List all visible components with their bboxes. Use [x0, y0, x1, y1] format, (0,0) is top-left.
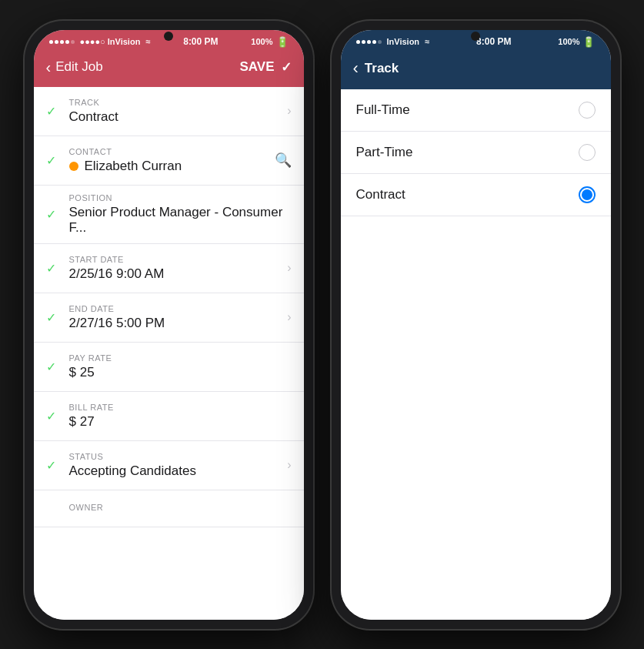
pay-rate-row-content: PAY RATE $ 25 [69, 353, 292, 380]
track-row[interactable]: ✓ TRACK Contract › [34, 87, 304, 136]
status-label: STATUS [69, 452, 288, 461]
contact-row-content: CONTACT Elizabeth Curran [69, 147, 275, 174]
save-button[interactable]: SAVE ✓ [239, 59, 291, 75]
bill-rate-check-icon: ✓ [46, 409, 62, 423]
end-date-row-content: END DATE 2/27/16 5:00 PM [69, 304, 288, 331]
start-date-label: START DATE [69, 255, 288, 264]
end-date-label: END DATE [69, 304, 288, 313]
bill-rate-row[interactable]: ✓ BILL RATE $ 27 [34, 392, 304, 441]
contract-label: Contract [356, 187, 405, 202]
owner-label: OWNER [69, 503, 292, 512]
battery-icon: 🔋 [276, 36, 289, 48]
status-row[interactable]: ✓ STATUS Accepting Candidates › [34, 441, 304, 490]
contract-radio[interactable] [579, 186, 596, 203]
wifi-icon: ≈ [145, 37, 150, 46]
position-value: Senior Product Manager - Consumer F... [69, 205, 292, 236]
status-chevron-icon: › [287, 458, 291, 472]
track-label: TRACK [69, 98, 288, 107]
contact-dot-icon [69, 162, 78, 171]
p2-dot1 [356, 40, 360, 44]
owner-row[interactable]: OWNER [34, 490, 304, 527]
p2-dot4 [372, 40, 376, 44]
status-left-p2: InVision ≈ [356, 37, 430, 46]
dot5 [71, 40, 75, 44]
owner-row-content: OWNER [69, 503, 292, 514]
position-label: POSITION [69, 193, 292, 202]
bill-rate-value: $ 27 [69, 414, 292, 430]
dot4 [65, 40, 69, 44]
part-time-radio[interactable] [579, 144, 596, 161]
checkmark-icon: ✓ [281, 59, 292, 75]
carrier-label: ●●●●○ InVision [80, 37, 141, 46]
full-time-label: Full-Time [356, 102, 410, 118]
home-indicator-phone1 [122, 610, 215, 614]
position-row[interactable]: ✓ POSITION Senior Product Manager - Cons… [34, 186, 304, 244]
end-date-value: 2/27/16 5:00 PM [69, 316, 288, 331]
position-row-content: POSITION Senior Product Manager - Consum… [69, 193, 292, 236]
nav-title-phone1: Edit Job [55, 59, 102, 75]
phone2-wrapper: InVision ≈ 8:00 PM 100% 🔋 ‹ Track Full-T… [332, 21, 620, 629]
nav-title-phone2: Track [365, 61, 399, 76]
status-right-phone1: 100% 🔋 [251, 36, 288, 48]
bill-rate-label: BILL RATE [69, 403, 292, 412]
contract-option[interactable]: Contract [341, 174, 611, 216]
phone1-screen: ●●●●○ InVision ≈ 8:00 PM 100% 🔋 ‹ Edit J… [34, 30, 304, 620]
full-time-option[interactable]: Full-Time [341, 89, 611, 132]
contact-search-icon[interactable]: 🔍 [275, 152, 292, 169]
track-row-content: TRACK Contract [69, 98, 288, 125]
wifi-icon-p2: ≈ [425, 37, 429, 46]
contact-value-wrapper: Elizabeth Curran [69, 159, 275, 174]
dot1 [49, 40, 53, 44]
save-label: SAVE [239, 59, 274, 75]
phone2-screen: InVision ≈ 8:00 PM 100% 🔋 ‹ Track Full-T… [341, 30, 611, 620]
nav-bar-phone1: ‹ Edit Job SAVE ✓ [34, 51, 304, 87]
nav-bar-phone2: ‹ Track [341, 51, 611, 89]
end-date-row[interactable]: ✓ END DATE 2/27/16 5:00 PM › [34, 293, 304, 343]
start-date-row[interactable]: ✓ START DATE 2/25/16 9:00 AM › [34, 244, 304, 293]
form-content: ✓ TRACK Contract › ✓ CONTACT Elizabeth C… [34, 87, 304, 620]
status-row-content: STATUS Accepting Candidates [69, 452, 288, 479]
track-content: Full-Time Part-Time Contract [341, 89, 611, 620]
p2-dot2 [362, 40, 365, 44]
status-left: ●●●●○ InVision ≈ [49, 37, 151, 46]
pay-rate-check-icon: ✓ [46, 360, 62, 374]
status-value: Accepting Candidates [69, 463, 288, 479]
signal-dots-p2 [356, 40, 382, 44]
bill-rate-row-content: BILL RATE $ 27 [69, 403, 292, 430]
pay-rate-value: $ 25 [69, 365, 292, 380]
battery-icon-p2: 🔋 [582, 36, 595, 48]
end-date-check-icon: ✓ [46, 310, 62, 325]
signal-dots [49, 40, 75, 44]
contact-label: CONTACT [69, 147, 275, 156]
carrier-label-p2: InVision [387, 37, 420, 46]
back-chevron-icon: ‹ [46, 59, 52, 76]
status-time-phone2: 8:00 PM [476, 36, 511, 47]
dot2 [55, 40, 58, 44]
position-check-icon: ✓ [46, 207, 62, 222]
start-date-value: 2/25/16 9:00 AM [69, 266, 288, 282]
start-date-row-content: START DATE 2/25/16 9:00 AM [69, 255, 288, 282]
contact-value: Elizabeth Curran [85, 159, 182, 174]
dot3 [60, 40, 64, 44]
part-time-option[interactable]: Part-Time [341, 132, 611, 174]
phone1-wrapper: ●●●●○ InVision ≈ 8:00 PM 100% 🔋 ‹ Edit J… [25, 21, 313, 629]
back-button-phone1[interactable]: ‹ Edit Job [46, 59, 103, 76]
pay-rate-label: PAY RATE [69, 353, 292, 363]
contact-row[interactable]: ✓ CONTACT Elizabeth Curran 🔍 [34, 136, 304, 186]
battery-percent-p2: 100% [558, 37, 579, 46]
home-indicator-phone2 [429, 610, 522, 614]
full-time-radio[interactable] [579, 102, 596, 119]
status-right-phone2: 100% 🔋 [558, 36, 595, 48]
camera2 [471, 32, 480, 41]
track-value: Contract [69, 109, 288, 125]
back-chevron-icon-p2: ‹ [353, 59, 359, 79]
camera [164, 32, 173, 41]
status-check-icon: ✓ [46, 458, 62, 473]
part-time-label: Part-Time [356, 145, 413, 160]
contact-check-icon: ✓ [46, 153, 62, 168]
back-button-phone2[interactable]: ‹ [353, 59, 359, 79]
pay-rate-row[interactable]: ✓ PAY RATE $ 25 [34, 343, 304, 392]
start-date-chevron-icon: › [287, 261, 291, 275]
p2-dot3 [367, 40, 371, 44]
status-time-phone1: 8:00 PM [183, 36, 218, 47]
